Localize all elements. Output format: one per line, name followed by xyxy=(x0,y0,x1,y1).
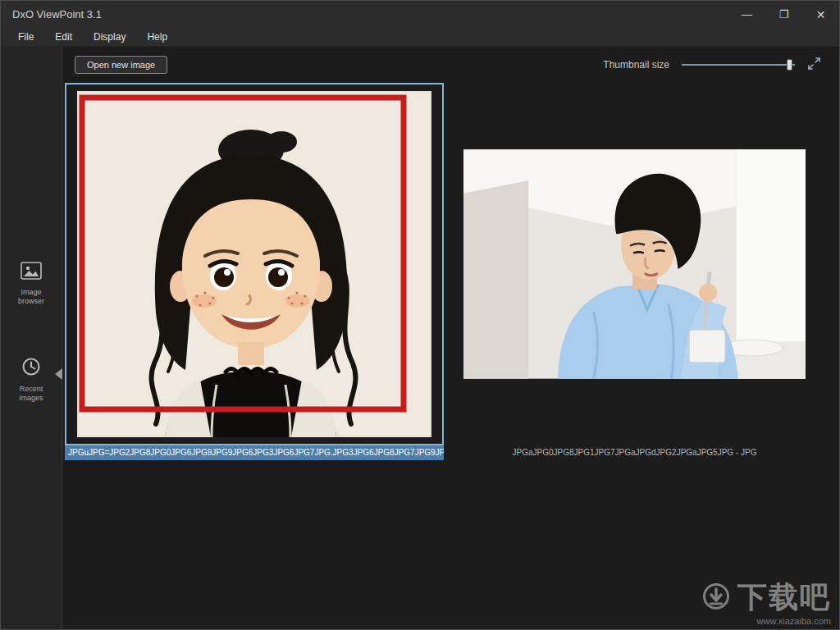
slider-track xyxy=(682,64,795,66)
thumbnail-selection-frame xyxy=(65,83,444,445)
maximize-icon: ❐ xyxy=(779,8,789,21)
thumbnail-size-label: Thumbnail size xyxy=(603,59,669,71)
sidebar-item-image-browser[interactable]: Image browser xyxy=(1,262,62,307)
thumbnail-man-photo[interactable]: JPGaJPG0JPG8JPG1JPG7JPGaJPGdJPG2JPGaJPG5… xyxy=(462,83,807,460)
sidebar: Image browser Recent images xyxy=(1,47,62,629)
minimize-icon: — xyxy=(742,8,752,21)
toolbar: Open new image Thumbnail size xyxy=(62,47,839,83)
thumbnail-filename: JPGuJPG=JPG2JPG8JPG0JPG6JPG9JPG9JPG6JPG3… xyxy=(65,445,444,460)
thumbnail-size-slider[interactable] xyxy=(682,58,795,71)
maximize-button[interactable]: ❐ xyxy=(765,1,802,28)
man-photo-image xyxy=(463,148,806,380)
menu-edit[interactable]: Edit xyxy=(44,28,83,47)
thumbnail-gallery: JPGuJPG=JPG2JPG8JPG0JPG6JPG9JPG9JPG6JPG3… xyxy=(62,83,839,460)
sidebar-item-label: Recent images xyxy=(10,385,52,404)
image-browser-icon xyxy=(21,262,42,283)
girl-drawing-image xyxy=(77,91,431,437)
sidebar-item-recent-images[interactable]: Recent images xyxy=(1,357,62,404)
close-icon: ✕ xyxy=(816,8,826,21)
thumbnail-filename: JPGaJPG0JPG8JPG1JPG7JPGaJPGdJPG2JPGaJPG5… xyxy=(462,445,807,460)
window-controls: — ❐ ✕ xyxy=(728,1,839,28)
minimize-button[interactable]: — xyxy=(728,1,765,28)
menubar: File Edit Display Help xyxy=(1,28,839,47)
content-area: Image browser Recent images Open new ima… xyxy=(1,47,839,629)
menu-file[interactable]: File xyxy=(7,28,44,47)
window-title: DxO ViewPoint 3.1 xyxy=(1,8,102,21)
expand-icon[interactable] xyxy=(807,57,821,74)
sidebar-pointer-icon xyxy=(55,368,62,380)
main-panel: Open new image Thumbnail size xyxy=(62,47,839,629)
titlebar: DxO ViewPoint 3.1 — ❐ ✕ xyxy=(1,1,839,28)
thumbnail-frame xyxy=(462,83,807,445)
sidebar-item-label: Image browser xyxy=(10,288,52,307)
thumbnail-girl-drawing[interactable]: JPGuJPG=JPG2JPG8JPG0JPG6JPG9JPG9JPG6JPG3… xyxy=(65,83,444,460)
menu-help[interactable]: Help xyxy=(136,28,178,47)
menu-display[interactable]: Display xyxy=(83,28,136,47)
recent-images-icon xyxy=(21,357,41,380)
thumbnail-size-group: Thumbnail size xyxy=(603,57,821,74)
open-new-image-button[interactable]: Open new image xyxy=(75,56,167,74)
slider-handle[interactable] xyxy=(787,59,792,71)
close-button[interactable]: ✕ xyxy=(802,1,839,28)
app-window: DxO ViewPoint 3.1 — ❐ ✕ File Edit Displa… xyxy=(0,0,840,630)
